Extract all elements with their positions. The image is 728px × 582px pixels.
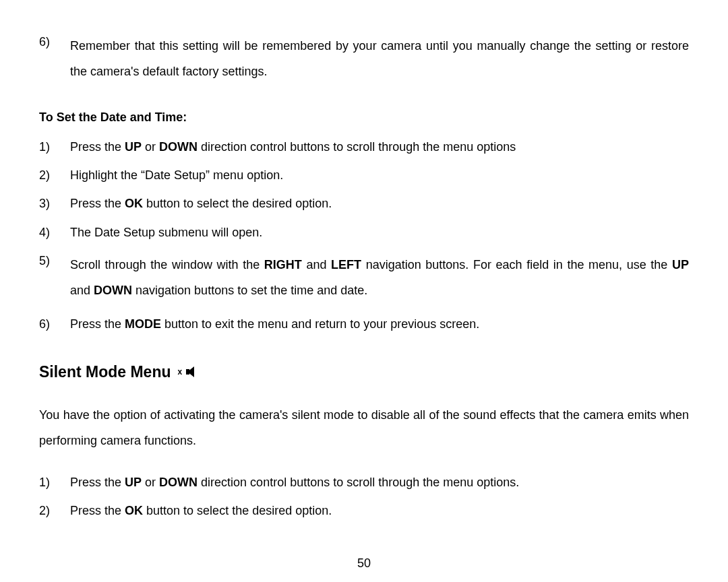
page-content: 6) Remember that this setting will be re… xyxy=(0,0,728,582)
list-item: 6) Remember that this setting will be re… xyxy=(39,34,689,85)
bold-up: UP xyxy=(125,476,142,489)
list-text: Highlight the “Date Setup” menu option. xyxy=(70,167,689,183)
date-time-list: 1) Press the UP or DOWN direction contro… xyxy=(39,139,689,332)
bold-right: RIGHT xyxy=(264,258,302,271)
list-item: 1) Press the UP or DOWN direction contro… xyxy=(39,139,689,155)
silent-mode-paragraph: You have the option of activating the ca… xyxy=(39,403,689,454)
list-text: Scroll through the window with the RIGHT… xyxy=(70,253,689,304)
list-item: 4) The Date Setup submenu will open. xyxy=(39,224,689,240)
text-fragment: Press the xyxy=(70,317,125,331)
list-text: Press the UP or DOWN direction control b… xyxy=(70,474,689,490)
text-fragment: Press the xyxy=(70,197,125,210)
list-item: 6) Press the MODE button to exit the men… xyxy=(39,316,689,332)
bold-left: LEFT xyxy=(331,258,361,271)
text-fragment: or xyxy=(142,476,159,489)
text-fragment: Press the xyxy=(70,140,125,154)
list-text: Press the OK button to select the desire… xyxy=(70,503,689,519)
list-number: 1) xyxy=(39,139,70,155)
list-number: 6) xyxy=(39,316,70,332)
list-text: Press the MODE button to exit the menu a… xyxy=(70,316,689,332)
list-item: 1) Press the UP or DOWN direction contro… xyxy=(39,474,689,490)
list-text: Remember that this setting will be remem… xyxy=(70,34,689,85)
text-fragment: button to exit the menu and return to yo… xyxy=(161,317,479,331)
bold-down: DOWN xyxy=(94,284,132,297)
bold-ok: OK xyxy=(125,197,143,210)
text-fragment: and xyxy=(70,284,94,297)
list-number: 4) xyxy=(39,224,70,240)
list-number: 6) xyxy=(39,34,70,50)
silent-mode-heading: Silent Mode Menu xyxy=(39,362,171,383)
text-fragment: direction control buttons to scroll thro… xyxy=(198,476,519,489)
list-number: 2) xyxy=(39,167,70,183)
text-fragment: Scroll through the window with the xyxy=(70,258,264,271)
list-number: 1) xyxy=(39,474,70,490)
bold-down: DOWN xyxy=(159,476,198,489)
list-item: 5) Scroll through the window with the RI… xyxy=(39,253,689,304)
speaker-muted-icon: x xyxy=(182,365,195,379)
text-fragment: button to select the desired option. xyxy=(143,197,332,210)
bold-mode: MODE xyxy=(125,317,161,331)
list-item: 2) Press the OK button to select the des… xyxy=(39,503,689,519)
bold-down: DOWN xyxy=(159,140,198,154)
list-item: 2) Highlight the “Date Setup” menu optio… xyxy=(39,167,689,183)
text-fragment: button to select the desired option. xyxy=(143,504,332,517)
text-fragment: Press the xyxy=(70,504,125,517)
list-text: Press the UP or DOWN direction control b… xyxy=(70,139,689,155)
text-fragment: and xyxy=(302,258,331,271)
bold-up: UP xyxy=(672,258,689,271)
list-item: 3) Press the OK button to select the des… xyxy=(39,195,689,212)
subheading-set-date-time: To Set the Date and Time: xyxy=(39,109,689,125)
silent-mode-heading-row: Silent Mode Menu x xyxy=(39,362,689,383)
bold-up: UP xyxy=(125,140,142,154)
list-text: Press the OK button to select the desire… xyxy=(70,195,689,212)
list-number: 2) xyxy=(39,503,70,519)
text-fragment: navigation buttons. For each field in th… xyxy=(361,258,672,271)
silent-mode-list: 1) Press the UP or DOWN direction contro… xyxy=(39,474,689,519)
text-fragment: Press the xyxy=(70,476,125,489)
list-text: The Date Setup submenu will open. xyxy=(70,224,689,240)
list-number: 3) xyxy=(39,195,70,212)
list-number: 5) xyxy=(39,253,70,269)
bold-ok: OK xyxy=(125,504,143,517)
carryover-list: 6) Remember that this setting will be re… xyxy=(39,34,689,85)
text-fragment: navigation buttons to set the time and d… xyxy=(132,284,367,297)
page-number: 50 xyxy=(0,555,728,571)
text-fragment: direction control buttons to scroll thro… xyxy=(198,140,516,154)
text-fragment: or xyxy=(142,140,159,154)
